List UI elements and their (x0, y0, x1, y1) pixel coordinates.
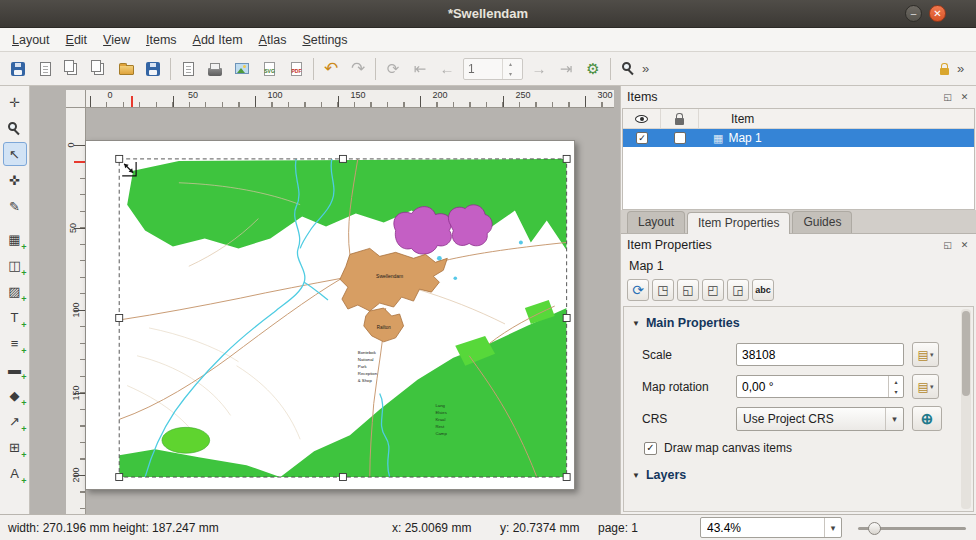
move-item-content-tool-button[interactable]: ✜ (3, 168, 27, 192)
rotation-override-button[interactable]: ▤ ▾ (912, 374, 939, 399)
menu-atlas[interactable]: Atlas (251, 30, 295, 50)
set-extent-to-canvas-button[interactable]: ◳ (652, 279, 674, 301)
add-legend-button[interactable]: ≡+ (3, 331, 27, 355)
export-pdf-button[interactable] (283, 56, 309, 82)
properties-scrollbar[interactable] (961, 309, 971, 509)
atlas-page-spinbox[interactable]: ▴ ▾ (463, 58, 523, 80)
layout-page[interactable]: Swellendam Railton Bontebok National Par… (85, 140, 575, 490)
menu-edit[interactable]: Edit (58, 30, 96, 50)
redo-button[interactable]: ↷ (345, 56, 371, 82)
add-3d-map-button[interactable]: ◫+ (3, 253, 27, 277)
add-attribute-table-button[interactable]: ⊞+ (3, 435, 27, 459)
atlas-spin-arrows[interactable]: ▴ ▾ (502, 59, 518, 79)
lock-checkbox[interactable] (674, 132, 686, 144)
atlas-last-button[interactable]: ⇥ (553, 56, 579, 82)
undock-icon[interactable]: ◱ (940, 89, 955, 104)
lock-icon (675, 118, 684, 125)
toolbar-overflow-chevron[interactable]: » (642, 61, 656, 76)
atlas-page-input[interactable] (464, 59, 502, 79)
vertical-ruler[interactable]: 0 50 100 150 200 (66, 108, 86, 514)
layers-group-header[interactable]: ▼ Layers (624, 459, 973, 487)
add-label-button[interactable]: T+ (3, 305, 27, 329)
add-arrow-icon: ↗ (9, 414, 20, 429)
refresh-view-button[interactable]: ⟳ (380, 56, 406, 82)
menu-items[interactable]: Items (138, 30, 185, 50)
scale-input[interactable] (736, 343, 904, 366)
svg-text:Kraal: Kraal (435, 417, 445, 422)
labeling-settings-button[interactable]: abc (752, 279, 774, 301)
close-panel-icon[interactable]: ✕ (957, 237, 972, 252)
map-item[interactable]: Swellendam Railton Bontebok National Par… (86, 141, 574, 489)
edit-nodes-tool-button[interactable]: ✎ (3, 194, 27, 218)
map-content: Swellendam Railton Bontebok National Par… (119, 159, 566, 477)
undo-button[interactable]: ↶ (318, 56, 344, 82)
save-as-button[interactable] (140, 56, 166, 82)
view-extent-in-canvas-button[interactable]: ◱ (677, 279, 699, 301)
zoom-level-input[interactable] (701, 521, 824, 535)
tab-item-properties[interactable]: Item Properties (687, 212, 790, 234)
atlas-settings-button[interactable]: ⚙ (580, 56, 606, 82)
undock-icon[interactable]: ◱ (940, 237, 955, 252)
atlas-prev-button[interactable]: ← (434, 56, 460, 82)
main-properties-group-header[interactable]: ▼ Main Properties (624, 307, 973, 335)
crs-combobox[interactable]: Use Project CRS ▾ (736, 407, 904, 431)
green-field-oval (162, 427, 210, 453)
rotation-spin-arrows[interactable]: ▴ ▾ (888, 376, 903, 397)
scale-override-button[interactable]: ▤ ▾ (912, 342, 939, 367)
close-button[interactable]: ✕ (929, 5, 946, 22)
draw-canvas-items-checkbox[interactable]: ✓ (644, 442, 657, 455)
data-defined-icon: ▤ (918, 380, 929, 394)
duplicate-layout-button[interactable] (59, 56, 85, 82)
save-project-button[interactable] (5, 56, 31, 82)
select-crs-button[interactable]: ⊕ (912, 406, 942, 431)
items-row-map1[interactable]: ✓ ▦ Map 1 (623, 129, 974, 147)
select-cursor-icon: ↖ (9, 147, 20, 162)
select-move-item-tool-button[interactable]: ↖ (3, 142, 27, 166)
add-shape-button[interactable]: ◆+ (3, 383, 27, 407)
open-button[interactable] (113, 56, 139, 82)
add-picture-button[interactable]: ▨+ (3, 279, 27, 303)
tab-guides[interactable]: Guides (792, 211, 852, 233)
zoom-level-combobox[interactable]: ▾ (700, 517, 842, 538)
zoom-slider[interactable] (858, 527, 966, 530)
new-layout-button[interactable] (32, 56, 58, 82)
close-panel-icon[interactable]: ✕ (957, 89, 972, 104)
tab-layout[interactable]: Layout (627, 211, 685, 233)
toolbar-separator (313, 58, 314, 80)
update-map-preview-button[interactable]: ⟳ (627, 279, 649, 301)
toolbar-overflow-chevron-2[interactable]: » (957, 61, 971, 76)
scrollbar-thumb[interactable] (962, 311, 970, 396)
lock-items-button[interactable] (931, 56, 957, 82)
export-svg-button[interactable] (256, 56, 282, 82)
menu-view[interactable]: View (95, 30, 138, 50)
layout-manager-button[interactable] (86, 56, 112, 82)
window-title: *Swellendam (448, 6, 528, 21)
new-layout-icon (40, 62, 51, 76)
add-map-button[interactable]: ▦+ (3, 227, 27, 251)
zoom-button[interactable] (615, 56, 641, 82)
chevron-down-icon: ▾ (930, 383, 934, 391)
menu-settings[interactable]: Settings (294, 30, 355, 50)
horizontal-ruler[interactable]: 0 50 100 150 200 250 300 (86, 90, 614, 108)
layout-canvas[interactable]: 0 50 100 150 200 250 300 0 50 100 150 20… (30, 86, 620, 514)
map-rotation-input[interactable] (736, 375, 904, 398)
atlas-next-button[interactable]: → (526, 56, 552, 82)
add-html-button[interactable]: A+ (3, 461, 27, 485)
minimize-button[interactable]: – (905, 5, 922, 22)
menu-add-item[interactable]: Add Item (185, 30, 251, 50)
add-pages-button[interactable] (175, 56, 201, 82)
add-label-icon: T (11, 310, 19, 325)
menu-layout[interactable]: Layout (4, 30, 58, 50)
atlas-first-button[interactable]: ⇤ (407, 56, 433, 82)
zoom-slider-thumb[interactable] (868, 522, 881, 535)
interactive-extent-button[interactable]: ◲ (727, 279, 749, 301)
set-scale-to-canvas-button[interactable]: ◰ (702, 279, 724, 301)
add-scalebar-button[interactable]: ▬+ (3, 357, 27, 381)
export-image-button[interactable] (229, 56, 255, 82)
print-button[interactable] (202, 56, 228, 82)
visibility-checkbox[interactable]: ✓ (636, 132, 648, 144)
item-properties-panel-header: Item Properties ◱ ✕ (621, 234, 976, 256)
add-arrow-button[interactable]: ↗+ (3, 409, 27, 433)
zoom-tool-button[interactable] (3, 116, 27, 140)
pan-tool-button[interactable]: ✛ (3, 90, 27, 114)
